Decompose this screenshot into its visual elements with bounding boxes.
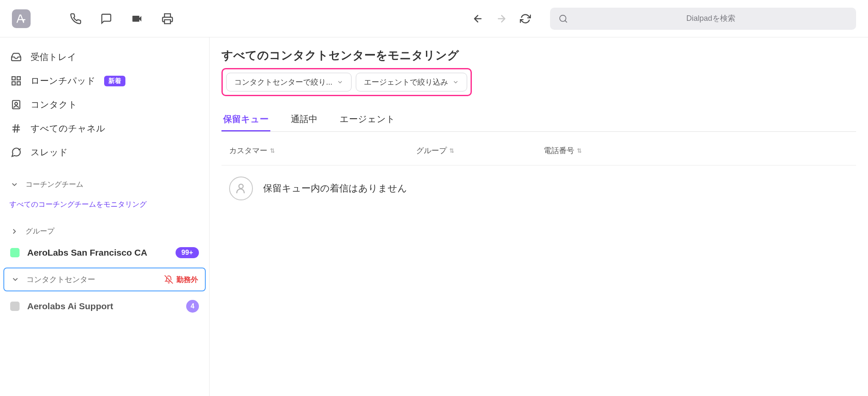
duty-status: 勤務外 bbox=[165, 275, 198, 285]
column-customer[interactable]: カスタマー ⇅ bbox=[229, 145, 416, 156]
nav-label: 受信トレイ bbox=[31, 51, 77, 63]
contact-icon bbox=[10, 99, 22, 111]
nav-label: コンタクト bbox=[31, 99, 77, 111]
tab-agents[interactable]: エージェント bbox=[338, 108, 397, 131]
group-item[interactable]: AeroLabs San Francisco CA 99+ bbox=[0, 242, 209, 263]
message-icon[interactable] bbox=[99, 12, 113, 26]
svg-rect-1 bbox=[12, 77, 15, 80]
thread-icon bbox=[10, 146, 22, 158]
sort-icon: ⇅ bbox=[577, 147, 582, 154]
filter-contact-center[interactable]: コンタクトセンターで絞り... bbox=[226, 73, 352, 91]
count-badge: 99+ bbox=[176, 247, 199, 258]
svg-point-6 bbox=[15, 103, 18, 105]
cc-name: Aerolabs Ai Support bbox=[27, 301, 179, 311]
chevron-down-icon bbox=[11, 275, 20, 284]
sort-icon: ⇅ bbox=[449, 147, 454, 154]
video-icon[interactable] bbox=[130, 12, 144, 26]
section-title: グループ bbox=[26, 226, 54, 236]
empty-state: 保留キュー内の着信はありません bbox=[221, 165, 856, 211]
topbar bbox=[0, 0, 868, 37]
sort-icon: ⇅ bbox=[270, 147, 275, 154]
nav-inbox[interactable]: 受信トレイ bbox=[0, 45, 209, 69]
tab-on-call[interactable]: 通話中 bbox=[289, 108, 319, 131]
nav-channels[interactable]: すべてのチャネル bbox=[0, 117, 209, 140]
section-title: コーチングチーム bbox=[26, 179, 83, 189]
nav-label: スレッド bbox=[31, 146, 68, 158]
contact-center-header[interactable]: コンタクトセンター 勤務外 bbox=[4, 269, 205, 290]
forward-icon bbox=[496, 13, 508, 25]
svg-line-9 bbox=[14, 124, 15, 133]
nav-label: すべてのチャネル bbox=[31, 123, 105, 134]
chevron-down-icon bbox=[452, 79, 459, 85]
tab-hold-queue[interactable]: 保留キュー bbox=[221, 108, 270, 131]
column-phone[interactable]: 電話番号 ⇅ bbox=[544, 145, 848, 156]
contact-center-item[interactable]: Aerolabs Ai Support 4 bbox=[0, 295, 209, 318]
search-icon bbox=[559, 14, 568, 23]
nav-contacts[interactable]: コンタクト bbox=[0, 93, 209, 117]
bell-off-icon bbox=[165, 275, 173, 284]
search-input[interactable] bbox=[574, 14, 848, 23]
contact-center-section: コンタクトセンター 勤務外 bbox=[3, 268, 206, 291]
inbox-icon bbox=[10, 51, 22, 63]
chevron-down-icon bbox=[337, 79, 343, 85]
main-content: すべてのコンタクトセンターをモニタリング コンタクトセンターで絞り... エージ… bbox=[210, 37, 868, 396]
back-icon[interactable] bbox=[472, 13, 484, 25]
print-icon[interactable] bbox=[161, 12, 174, 26]
page-title: すべてのコンタクトセンターをモニタリング bbox=[221, 48, 856, 63]
table-header: カスタマー ⇅ グループ ⇅ 電話番号 ⇅ bbox=[221, 136, 856, 165]
sidebar: 受信トレイ ローンチパッド 新着 コンタクト すべてのチャネル スレッド bbox=[0, 37, 210, 396]
svg-line-10 bbox=[17, 124, 18, 133]
filter-highlight-box: コンタクトセンターで絞り... エージェントで絞り込み bbox=[221, 68, 472, 96]
refresh-icon[interactable] bbox=[519, 13, 531, 25]
nav-threads[interactable]: スレッド bbox=[0, 140, 209, 164]
svg-rect-2 bbox=[17, 77, 20, 80]
chevron-down-icon bbox=[10, 180, 19, 189]
filter-agent[interactable]: エージェントで絞り込み bbox=[356, 73, 467, 91]
svg-rect-3 bbox=[17, 82, 20, 85]
user-placeholder-icon bbox=[229, 177, 253, 200]
svg-rect-4 bbox=[12, 82, 15, 85]
nav-icons bbox=[472, 13, 531, 25]
grid-icon bbox=[10, 75, 22, 87]
column-group[interactable]: グループ ⇅ bbox=[416, 145, 544, 156]
phone-icon[interactable] bbox=[69, 12, 82, 26]
count-badge: 4 bbox=[186, 300, 199, 313]
topbar-action-icons bbox=[69, 12, 174, 26]
new-badge: 新着 bbox=[104, 76, 125, 86]
group-name: AeroLabs San Francisco CA bbox=[27, 248, 168, 258]
groups-section-header[interactable]: グループ bbox=[0, 220, 209, 242]
status-indicator-gray bbox=[10, 302, 20, 311]
app-logo[interactable] bbox=[12, 9, 31, 28]
nav-launchpad[interactable]: ローンチパッド 新着 bbox=[0, 69, 209, 93]
coaching-section-header[interactable]: コーチングチーム bbox=[0, 174, 209, 195]
nav-label: ローンチパッド bbox=[31, 75, 96, 87]
monitor-coaching-link[interactable]: すべてのコーチングチームをモニタリング bbox=[0, 195, 209, 214]
tabs: 保留キュー 通話中 エージェント bbox=[221, 108, 856, 132]
search-box[interactable] bbox=[550, 8, 856, 30]
status-indicator-green bbox=[10, 248, 20, 257]
svg-point-11 bbox=[239, 184, 243, 188]
section-title: コンタクトセンター bbox=[26, 274, 158, 285]
chevron-right-icon bbox=[10, 227, 19, 236]
empty-message: 保留キュー内の着信はありません bbox=[263, 182, 407, 195]
hash-icon bbox=[10, 123, 22, 134]
